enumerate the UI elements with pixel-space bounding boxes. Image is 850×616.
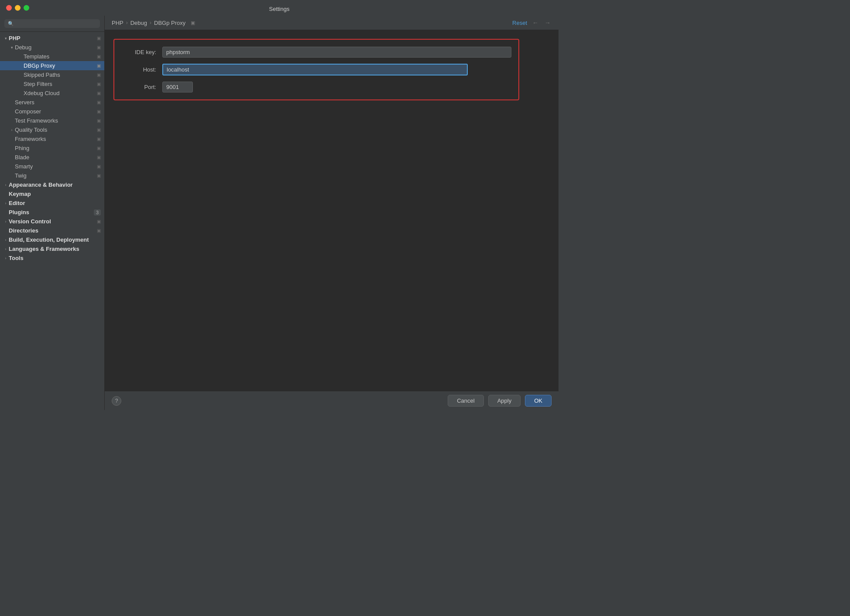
sidebar-item-appearance-behavior[interactable]: › Appearance & Behavior (0, 180, 104, 189)
sidebar-item-dbgp-proxy[interactable]: DBGp Proxy ▣ (0, 61, 104, 70)
sidebar-item-label: Composer (15, 108, 95, 115)
sidebar-item-build-execution[interactable]: › Build, Execution, Deployment (0, 235, 104, 244)
main-layout: 🔍 ▾ PHP ▣ ▾ Debug ▣ Templates ▣ (0, 16, 559, 410)
sidebar-item-label: Frameworks (15, 136, 95, 142)
sidebar-item-label: Build, Execution, Deployment (9, 236, 101, 243)
arrow-icon: › (3, 219, 9, 224)
sidebar-item-label: Editor (9, 200, 101, 206)
settings-icon: ▣ (97, 146, 101, 151)
sidebar-item-label: Phing (15, 145, 95, 151)
sidebar-item-tools[interactable]: › Tools (0, 253, 104, 263)
sidebar-item-languages-frameworks[interactable]: › Languages & Frameworks (0, 244, 104, 253)
sidebar-item-label: Xdebug Cloud (24, 90, 95, 96)
search-icon: 🔍 (8, 21, 14, 27)
settings-icon: ▣ (97, 45, 101, 50)
forward-button[interactable]: → (544, 19, 552, 26)
port-label: Port: (121, 84, 156, 90)
back-button[interactable]: ← (531, 19, 539, 26)
settings-icon: ▣ (97, 173, 101, 178)
arrow-icon: › (3, 247, 9, 251)
sidebar-item-label: Quality Tools (15, 127, 95, 133)
sidebar-item-label: Appearance & Behavior (9, 181, 101, 188)
form-section: IDE key: Host: Port: (113, 39, 519, 100)
sidebar-item-composer[interactable]: Composer ▣ (0, 107, 104, 116)
cancel-button[interactable]: Cancel (448, 395, 483, 407)
sidebar-item-label: Servers (15, 99, 95, 106)
close-button[interactable] (6, 5, 12, 11)
sidebar-item-frameworks[interactable]: Frameworks ▣ (0, 134, 104, 144)
sidebar-item-skipped-paths[interactable]: Skipped Paths ▣ (0, 70, 104, 79)
ok-button[interactable]: OK (525, 395, 552, 407)
sidebar-item-step-filters[interactable]: Step Filters ▣ (0, 79, 104, 89)
layout-icon: ▣ (191, 20, 195, 26)
sidebar-item-editor[interactable]: › Editor (0, 198, 104, 208)
breadcrumb-sep-1: › (126, 20, 128, 26)
help-button[interactable]: ? (112, 396, 121, 406)
breadcrumb-debug[interactable]: Debug (130, 20, 147, 26)
minimize-button[interactable] (15, 5, 21, 11)
arrow-icon: › (3, 183, 9, 187)
search-input[interactable] (16, 21, 96, 27)
sidebar-item-label: Skipped Paths (24, 72, 95, 78)
sidebar-item-label: Test Frameworks (15, 117, 95, 124)
sidebar-item-plugins[interactable]: Plugins 3 (0, 208, 104, 217)
sidebar-item-quality-tools[interactable]: › Quality Tools ▣ (0, 125, 104, 134)
breadcrumb-bar: PHP › Debug › DBGp Proxy ▣ Reset ← → (105, 16, 559, 30)
ide-key-label: IDE key: (121, 49, 156, 55)
host-label: Host: (121, 66, 156, 73)
settings-icon: ▣ (97, 72, 101, 77)
sidebar-item-test-frameworks[interactable]: Test Frameworks ▣ (0, 116, 104, 125)
port-input[interactable] (162, 82, 193, 92)
arrow-icon: › (3, 201, 9, 205)
apply-button[interactable]: Apply (488, 395, 521, 407)
settings-icon: ▣ (97, 100, 101, 105)
sidebar-item-label: Plugins (9, 209, 92, 216)
plugins-badge: 3 (94, 209, 101, 216)
sidebar-item-phing[interactable]: Phing ▣ (0, 144, 104, 153)
sidebar-item-smarty[interactable]: Smarty ▣ (0, 162, 104, 171)
settings-icon: ▣ (97, 63, 101, 68)
breadcrumb-actions: Reset ← → (512, 19, 552, 26)
settings-panel: IDE key: Host: Port: (105, 30, 559, 391)
sidebar-item-keymap[interactable]: Keymap (0, 189, 104, 198)
form-row-host: Host: (121, 64, 511, 75)
bottom-bar: ? Cancel Apply OK (105, 391, 559, 410)
search-input-wrap[interactable]: 🔍 (4, 19, 100, 28)
sidebar-item-label: Smarty (15, 163, 95, 170)
sidebar-item-templates[interactable]: Templates ▣ (0, 52, 104, 61)
breadcrumb-dbgp-proxy[interactable]: DBGp Proxy (154, 20, 185, 26)
settings-icon: ▣ (97, 54, 101, 59)
title-bar: Settings (0, 0, 559, 16)
arrow-icon: ▾ (3, 36, 9, 41)
arrow-icon: › (9, 128, 15, 132)
settings-icon: ▣ (97, 91, 101, 96)
sidebar-item-xdebug-cloud[interactable]: Xdebug Cloud ▣ (0, 89, 104, 98)
settings-icon: ▣ (97, 228, 101, 233)
settings-icon: ▣ (97, 36, 101, 41)
sidebar-item-blade[interactable]: Blade ▣ (0, 153, 104, 162)
window-title: Settings (269, 6, 290, 12)
sidebar-item-servers[interactable]: Servers ▣ (0, 98, 104, 107)
sidebar-item-label: Directories (9, 227, 95, 234)
sidebar-item-twig[interactable]: Twig ▣ (0, 171, 104, 180)
sidebar-item-version-control[interactable]: › Version Control ▣ (0, 217, 104, 226)
maximize-button[interactable] (24, 5, 29, 11)
reset-button[interactable]: Reset (512, 20, 527, 26)
sidebar-item-label: Debug (15, 44, 95, 51)
sidebar-item-directories[interactable]: Directories ▣ (0, 226, 104, 235)
sidebar-item-label: Keymap (9, 191, 101, 197)
sidebar-item-debug[interactable]: ▾ Debug ▣ (0, 43, 104, 52)
breadcrumb-php[interactable]: PHP (112, 20, 123, 26)
sidebar-item-label: PHP (9, 35, 95, 41)
settings-icon: ▣ (97, 82, 101, 86)
ide-key-input[interactable] (162, 47, 511, 58)
settings-icon: ▣ (97, 109, 101, 114)
traffic-lights (6, 5, 29, 11)
form-row-port: Port: (121, 82, 511, 92)
sidebar-item-php[interactable]: ▾ PHP ▣ (0, 34, 104, 43)
sidebar: 🔍 ▾ PHP ▣ ▾ Debug ▣ Templates ▣ (0, 16, 105, 410)
sidebar-item-label: Languages & Frameworks (9, 246, 101, 252)
host-input[interactable] (162, 64, 468, 75)
arrow-icon: › (3, 256, 9, 260)
form-row-ide-key: IDE key: (121, 47, 511, 58)
